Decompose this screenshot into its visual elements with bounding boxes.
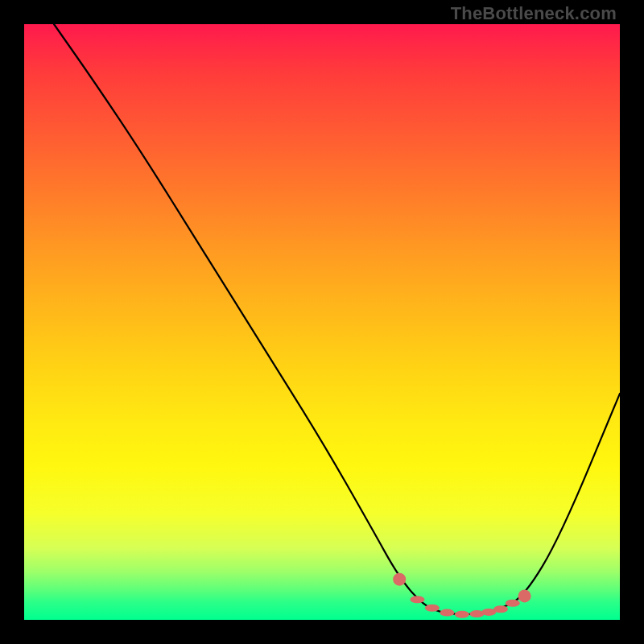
- bottleneck-marker: [410, 596, 424, 603]
- bottleneck-chart: [24, 24, 620, 620]
- bottleneck-marker: [506, 600, 520, 607]
- bottleneck-marker: [455, 611, 469, 618]
- bottleneck-marker: [440, 609, 454, 617]
- bottleneck-marker: [518, 589, 531, 602]
- chart-frame: TheBottleneck.com: [0, 0, 644, 644]
- bottleneck-marker: [493, 605, 508, 613]
- bottleneck-curve-line: [54, 24, 620, 614]
- watermark-text: TheBottleneck.com: [451, 3, 617, 24]
- bottleneck-marker-group: [393, 573, 530, 618]
- bottleneck-marker: [393, 573, 406, 586]
- bottleneck-marker: [425, 605, 440, 612]
